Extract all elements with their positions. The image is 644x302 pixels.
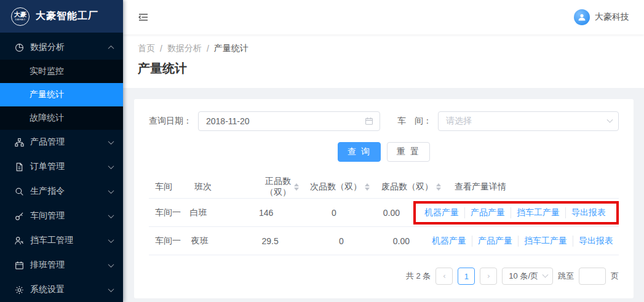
export-report-link[interactable]: 导出报表 (565, 207, 611, 218)
search-button[interactable]: 查 询 (338, 142, 381, 162)
app-root: 大豪 DAHAO 大豪智能工厂 数据分析 实时监控 产量统计 (0, 0, 644, 302)
page-size-select[interactable]: 10 条/页 (502, 268, 553, 285)
top-header: 大豪科技 (123, 0, 644, 34)
sidebar-item-label: 数据分析 (30, 42, 109, 53)
cell-actions: 机器产量 产品产量 挡车工产量 导出报表 (408, 207, 619, 218)
chevron-down-icon (543, 271, 549, 277)
column-header-defective[interactable]: 次品数（双） (299, 181, 370, 193)
column-header-label: 次品数（双） (310, 181, 362, 193)
prev-page-button[interactable]: ‹ (435, 268, 453, 285)
column-header-workshop: 车间 (149, 181, 188, 193)
sidebar-item-workshop-management[interactable]: 车间管理 (0, 204, 123, 228)
sidebar-item-realtime-monitor[interactable]: 实时监控 (0, 60, 123, 83)
operator-output-link[interactable]: 挡车工产量 (518, 236, 573, 247)
page-unit-label: 页 (611, 271, 619, 282)
workshop-label: 车 间： (397, 116, 432, 127)
column-header-label: 废品数（双） (381, 181, 433, 193)
breadcrumb-data-analysis[interactable]: 数据分析 (167, 43, 202, 54)
sidebar-item-label: 产量统计 (30, 89, 64, 100)
app-logo[interactable]: 大豪 DAHAO 大豪智能工厂 (0, 0, 123, 33)
pie-chart-icon (15, 43, 24, 52)
query-form: 查询日期： 2018-11-20 车 间： 请选择 (149, 111, 619, 131)
app-title: 大豪智能工厂 (36, 10, 98, 23)
chevron-down-icon (108, 286, 114, 292)
sidebar-item-label: 系统设置 (30, 284, 109, 295)
cell-good: 146 (227, 208, 282, 218)
sidebar-item-product-management[interactable]: 产品管理 (0, 130, 123, 154)
breadcrumb-home[interactable]: 首页 (138, 43, 155, 54)
action-links: 机器产量 产品产量 挡车工产量 导出报表 (424, 207, 611, 218)
sidebar-item-label: 实时监控 (30, 66, 64, 77)
file-icon (15, 162, 24, 172)
user-avatar (574, 9, 590, 25)
table-header-row: 车间 班次 正品数（双） 次品数（双） 废品数（双） (149, 175, 619, 199)
sort-icon[interactable] (436, 183, 441, 191)
chevron-down-icon (607, 116, 613, 122)
chevron-down-icon (108, 212, 114, 218)
cluster-icon (15, 138, 24, 147)
machine-output-link[interactable]: 机器产量 (432, 236, 472, 247)
product-output-link[interactable]: 产品产量 (464, 207, 511, 218)
next-page-button[interactable]: › (480, 268, 497, 285)
date-input[interactable]: 2018-11-20 (198, 111, 380, 131)
sidebar-item-label: 生产指令 (30, 186, 109, 197)
cell-actions: 机器产量 产品产量 挡车工产量 导出报表 (418, 236, 619, 247)
action-links: 机器产量 产品产量 挡车工产量 导出报表 (432, 236, 619, 247)
page-size-value: 10 条/页 (509, 271, 538, 282)
column-header-details: 查看产量详情 (441, 181, 619, 193)
menu-fold-icon[interactable] (138, 11, 150, 23)
operator-output-link[interactable]: 挡车工产量 (511, 207, 565, 218)
cell-good: 29.5 (230, 236, 287, 246)
column-header-label: 正品数（双） (244, 176, 291, 198)
cell-workshop: 车间一 (149, 207, 184, 218)
machine-output-link[interactable]: 机器产量 (424, 207, 464, 218)
breadcrumb-separator: / (160, 44, 162, 54)
calendar-icon (365, 117, 373, 125)
column-header-shift: 班次 (188, 181, 237, 193)
sidebar-item-label: 故障统计 (30, 113, 64, 124)
table-row: 车间一 夜班 29.5 0 0.00 机器产量 产品产量 挡车工产量 导出报表 (149, 227, 619, 255)
sidebar-item-label: 产品管理 (30, 137, 109, 148)
sort-icon[interactable] (365, 183, 370, 191)
sort-icon[interactable] (294, 183, 299, 191)
reset-button[interactable]: 重 置 (387, 142, 430, 162)
cell-shift: 夜班 (185, 236, 230, 247)
sidebar-item-data-analysis[interactable]: 数据分析 (0, 35, 123, 60)
logo-badge-icon: 大豪 DAHAO (11, 7, 30, 26)
sidebar-item-fault-stats[interactable]: 故障统计 (0, 106, 123, 130)
sidebar-item-label: 挡车工管理 (30, 235, 109, 246)
logo-badge-text: 大豪 (14, 12, 26, 18)
column-header-good[interactable]: 正品数（双） (237, 176, 299, 198)
table-row: 车间一 白班 146 0 0.00 机器产量 产品产量 挡车工产量 导 (149, 199, 619, 227)
jump-page-input[interactable] (579, 268, 606, 285)
cell-scrap: 0.00 (345, 208, 408, 218)
calendar-icon (15, 261, 24, 270)
column-header-scrap[interactable]: 废品数（双） (370, 181, 441, 193)
date-value: 2018-11-20 (206, 116, 365, 126)
cell-scrap: 0.00 (352, 236, 418, 246)
user-menu[interactable]: 大豪科技 (574, 9, 629, 25)
current-page-button[interactable]: 1 (458, 268, 475, 285)
breadcrumb: 首页 / 数据分析 / 产量统计 (138, 43, 629, 54)
sidebar-item-order-management[interactable]: 订单管理 (0, 154, 123, 179)
production-table: 车间 班次 正品数（双） 次品数（双） 废品数（双） (149, 175, 619, 255)
main-area: 大豪科技 首页 / 数据分析 / 产量统计 产量统计 查询日期： 20 (123, 0, 644, 302)
sidebar: 大豪 DAHAO 大豪智能工厂 数据分析 实时监控 产量统计 (0, 0, 123, 302)
sidebar-menu: 数据分析 实时监控 产量统计 故障统计 产品管理 (0, 33, 123, 302)
product-output-link[interactable]: 产品产量 (472, 236, 518, 247)
chevron-down-icon (108, 188, 114, 194)
cell-workshop: 车间一 (149, 236, 185, 247)
page-title: 产量统计 (138, 60, 629, 77)
sidebar-item-system-settings[interactable]: 系统设置 (0, 277, 123, 302)
search-icon (15, 187, 24, 196)
query-card: 查询日期： 2018-11-20 车 间： 请选择 (134, 99, 634, 298)
export-report-link[interactable]: 导出报表 (573, 236, 619, 247)
jump-label: 跳至 (558, 271, 574, 282)
breadcrumb-current: 产量统计 (214, 43, 248, 54)
sidebar-item-production-stats[interactable]: 产量统计 (0, 83, 123, 106)
sidebar-item-operator-management[interactable]: 挡车工管理 (0, 228, 123, 253)
sidebar-item-production-order[interactable]: 生产指令 (0, 179, 123, 204)
content-area: 查询日期： 2018-11-20 车 间： 请选择 (123, 88, 644, 302)
workshop-select[interactable]: 请选择 (438, 111, 619, 131)
sidebar-item-shift-management[interactable]: 排班管理 (0, 253, 123, 277)
